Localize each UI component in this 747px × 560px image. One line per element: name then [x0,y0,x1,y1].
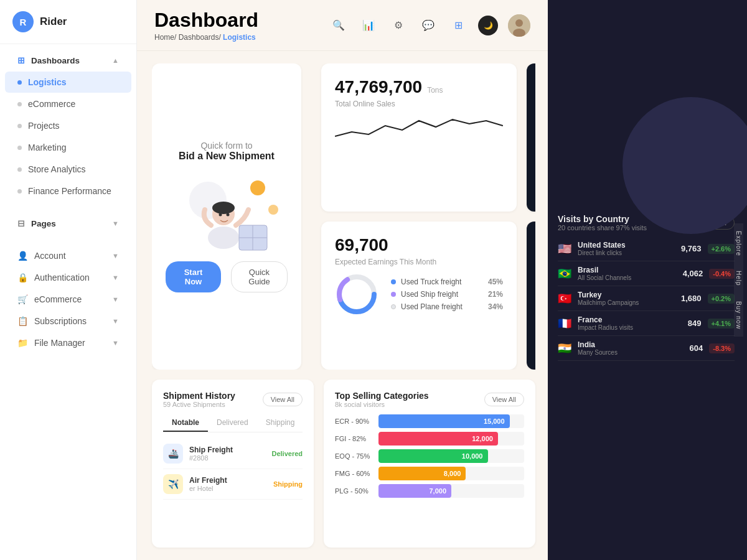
bar-val-2: 12,000 [472,435,493,442]
ship-dot [391,292,396,297]
pages-icon: ⊟ [17,218,25,228]
stat1-unit: Tons [427,86,443,95]
subscriptions-chevron: ▼ [112,317,119,325]
stat3-number: 69,700 [335,235,388,254]
tab-notable[interactable]: Notable [163,414,208,432]
sidebar-item-finance[interactable]: Finance Performance [5,180,131,202]
svg-point-4 [268,205,278,215]
right-panel: Visits by Country 20 countries share 97%… [548,0,747,560]
ecommerce-label: eCommerce [28,99,75,109]
sidebar-pages-header[interactable]: ⊟ Pages ▼ [5,213,131,234]
truck-label: Used Truck freight [401,278,483,286]
bar-track-5: 7,000 [378,484,524,498]
sidebar-item-logistics[interactable]: Logistics [5,72,131,93]
breadcrumb-current: Logistics [223,33,256,42]
ship-label: Used Ship freight [401,290,483,299]
sidebar-item-ecom2[interactable]: 🛒 eCommerce ▼ [5,289,131,310]
shipment-history-card: Shipment History 59 Active Shipments Vie… [152,380,314,548]
legend-plane: Used Plane freight 34% [391,302,503,311]
settings-icon[interactable]: ⚙ [388,16,408,35]
shipment-header: Shipment History 59 Active Shipments Vie… [163,391,303,408]
country-val-br: 4,062 [675,269,703,278]
bar-row-2: FGI - 82% 12,000 [335,432,524,446]
stat-card-shipments: 259,786 Total Shipments [527,63,535,212]
shipment-item-1: 🚢 Ship Freight #2808 Delivered [163,439,303,469]
ship-icon-2: ✈️ [163,474,183,494]
search-icon[interactable]: 🔍 [329,16,349,35]
ecom2-icon: 🛒 [17,294,28,304]
pages-chevron: ▼ [112,220,119,227]
shipment-sub: 59 Active Shipments [163,401,235,408]
flag-br: 🇧🇷 [558,267,571,281]
tab-shipping[interactable]: Shipping [257,414,304,432]
visits-title: Visits by Country [558,214,647,224]
visits-panel: Visits by Country 20 countries share 97%… [548,0,747,560]
ship-pct: 21% [488,290,503,299]
quick-guide-button[interactable]: Quick Guide [231,261,288,292]
shipment-title-group: Shipment History 59 Active Shipments [163,391,235,408]
bar-track-4: 8,000 [378,467,524,480]
stat1-number: 47,769,700 [335,77,422,97]
theme-toggle[interactable]: 🌙 [478,16,498,35]
bar-val-5: 7,000 [429,487,446,495]
dashboards-grid-icon: ⊞ [17,55,25,65]
sidebar-item-auth[interactable]: 🔒 Authentication ▼ [5,267,131,288]
sidebar-item-ecommerce[interactable]: eCommerce [5,93,131,114]
breadcrumb-home: Home/ [154,33,176,42]
shipment-view-all[interactable]: View All [263,393,303,406]
bar-row-5: PLG - 50% 7,000 [335,484,524,498]
ship-info-2: Air Freight er Hotel [189,476,267,492]
sidebar-item-subscriptions[interactable]: 📋 Subscriptions ▼ [5,310,131,332]
stats-grid: 47,769,700 Tons Total Online Sales 259,7… [321,63,535,370]
bar-row-4: FMG - 60% 8,000 [335,467,524,480]
vertical-label-help[interactable]: Help [734,263,743,294]
ship-status-2: Shipping [273,480,303,488]
bar-chart-icon[interactable]: 📊 [359,16,378,35]
bar-track-2: 12,000 [378,432,524,446]
country-info-in: India Many Sources [578,340,669,356]
plane-dot [391,304,396,309]
topbar-right: 🔍 📊 ⚙ 💬 ⊞ 🌙 [329,14,530,37]
sidebar-item-store-analytics[interactable]: Store Analytics [5,159,131,180]
illustration [177,175,276,250]
shipment-item-2: ✈️ Air Freight er Hotel Shipping [163,469,303,500]
sidebar-item-filemanager[interactable]: 📁 File Manager ▼ [5,332,131,353]
quick-form-buttons: Start Now Quick Guide [166,261,288,292]
visits-by-country: Visits by Country 20 countries share 97%… [558,209,735,361]
country-name-in: India [578,340,669,349]
auth-label: Authentication [34,273,90,282]
bar-val-3: 10,000 [462,452,483,460]
grid-icon[interactable]: ⊞ [448,16,468,35]
sidebar-item-marketing[interactable]: Marketing [5,137,131,158]
logistics-label: Logistics [28,77,66,87]
finance-label: Finance Performance [28,186,111,196]
topselling-view-all[interactable]: View All [484,393,524,406]
subscriptions-label: Subscriptions [34,316,87,326]
vertical-label-buynow[interactable]: Buy now [734,294,743,337]
bar-row-3: EOQ - 75% 10,000 [335,449,524,463]
filemanager-icon: 📁 [17,338,28,348]
main-content: Quick form to Bid a New Shipment [137,51,548,560]
svg-point-3 [250,180,265,195]
avatar[interactable] [508,14,530,37]
country-list: 🇺🇸 United States Direct link clicks 9,76… [558,236,735,361]
visits-title-group: Visits by Country 20 countries share 97%… [558,214,647,231]
sidebar-dashboards-header[interactable]: ⊞ Dashboards ▲ [5,50,131,71]
flag-tr: 🇹🇷 [558,292,571,306]
ship-name-1: Ship Freight [189,446,265,454]
account-icon: 👤 [17,251,28,261]
stat-card-earnings: 69,700 Expected Earnings This Month [321,222,517,370]
svg-point-1 [515,19,523,27]
tab-delivered[interactable]: Delivered [208,414,257,432]
chat-icon[interactable]: 💬 [418,16,438,35]
sidebar-item-account[interactable]: 👤 Account ▼ [5,245,131,266]
vertical-label-explore[interactable]: Explore [734,223,743,264]
legend-ship: Used Ship freight 21% [391,290,503,299]
start-now-button[interactable]: Start Now [166,261,221,292]
country-info-tr: Turkey Mailchimp Campaigns [578,291,667,306]
ship-id-1: #2808 [189,454,265,462]
sidebar-item-projects[interactable]: Projects [5,115,131,136]
sidebar: R Rider ⊞ Dashboards ▲ Logistics eCommer… [0,0,137,560]
bar-track-1: 15,000 [378,414,524,428]
country-info-br: Brasil All Social Channels [578,266,669,281]
